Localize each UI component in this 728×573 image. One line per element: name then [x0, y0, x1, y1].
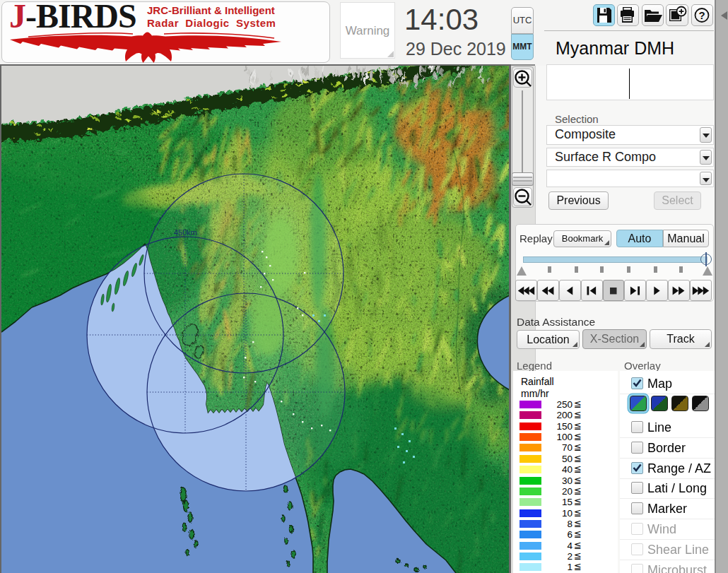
svg-text:?: ? — [698, 9, 705, 21]
svg-text:450km: 450km — [174, 228, 197, 237]
